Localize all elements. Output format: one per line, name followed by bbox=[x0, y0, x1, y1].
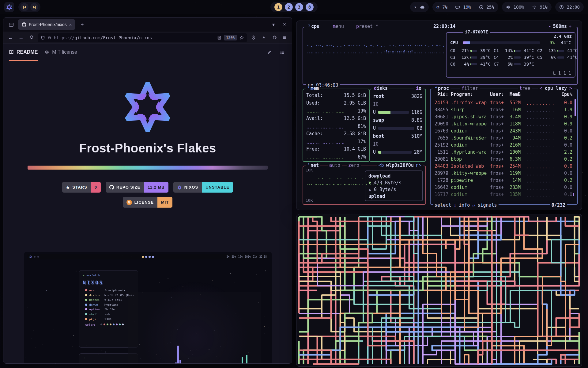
process-row[interactable]: 16763codiumfros+243M⡀⡀⡀⡀⡀⡀⡀⡀⡀0.0 bbox=[434, 127, 572, 134]
process-row[interactable]: 1511.Hyprland-wrafros+100M⡀⡀⡀⡀⡀⡀⡀⡀⡀2.2 bbox=[434, 148, 572, 155]
nixos-menu-button[interactable] bbox=[4, 2, 14, 12]
workspace-button-2[interactable]: 2 bbox=[285, 3, 293, 11]
fetch-row-label: pkgs bbox=[89, 317, 103, 321]
core-C4: C42%39°C bbox=[494, 55, 534, 60]
proc-panel-title[interactable]: ⁴proc bbox=[433, 86, 450, 91]
fetch-row-value: 2394 bbox=[104, 317, 111, 321]
fetch-row-label: de/wm bbox=[89, 303, 103, 306]
extensions-button[interactable] bbox=[270, 33, 278, 42]
process-row[interactable]: 29081btopfros+6.3M⡀⡀⡀⡀⡀⡀⡀⡀⡀0.2 bbox=[434, 155, 572, 163]
browser-tab-active[interactable]: Frost-Phoenix/nixos × bbox=[18, 19, 75, 30]
badge-repo-size[interactable]: REPO SIZE11.2 MB bbox=[106, 182, 168, 193]
menu-button[interactable]: menu bbox=[331, 24, 345, 29]
core-C5: C50%41°C bbox=[537, 55, 578, 60]
firefox-view-button[interactable] bbox=[6, 20, 16, 29]
back-button[interactable]: ← bbox=[6, 35, 15, 41]
downloads-button[interactable] bbox=[259, 33, 268, 42]
menu-button[interactable]: ≡ bbox=[280, 33, 289, 42]
outline-button[interactable] bbox=[278, 48, 286, 57]
tab-mit-license[interactable]: MIT license bbox=[44, 44, 77, 61]
process-row[interactable]: 28979.kitty-wrappefros+119M⡀⡀⡀⡀⡀⡀⡀⡀⡀0.0 bbox=[434, 170, 572, 177]
mem-total: Total:15.5 GiB bbox=[306, 92, 366, 99]
process-row[interactable]: 24403Isolated Webfros+254M⡀⡀⡀⡀⡀⡀⡀⡀⡀0.0 bbox=[434, 163, 572, 170]
account-button[interactable] bbox=[249, 33, 258, 42]
badge-row: LICENSEMIT bbox=[123, 197, 173, 208]
disk-used-bar bbox=[378, 111, 409, 114]
scales-icon bbox=[126, 200, 132, 205]
process-count: 0/232 bbox=[550, 202, 567, 208]
fetch-row-value: Hyprland bbox=[104, 303, 119, 306]
proc-filter-button[interactable]: filter bbox=[460, 86, 480, 91]
footer-key-signals[interactable]: signals bbox=[477, 202, 497, 208]
fetch-row-user: userfrostphoenix bbox=[85, 289, 134, 292]
bookmark-star-icon[interactable] bbox=[239, 35, 244, 40]
github-favicon bbox=[22, 22, 26, 27]
load-average: L 1 1 1 bbox=[553, 71, 571, 75]
window-close-button[interactable]: × bbox=[280, 20, 289, 29]
footer-key-select[interactable]: select bbox=[435, 202, 451, 208]
net-zero-toggle[interactable]: zero bbox=[347, 163, 361, 168]
update-interval[interactable]: -500ms+ bbox=[547, 24, 573, 29]
core-bar bbox=[557, 56, 564, 59]
screenshot-stars bbox=[24, 252, 272, 363]
process-row[interactable]: 25192codiumfros+216M⡀⡀⡀⡀⡀⡀⡀⡀⡀0.0 bbox=[434, 141, 572, 148]
process-row[interactable]: 30681.pipes.sh-wrafros+3.4M⡀⡀⡀⡀⡀⡀⡀⡀⡀0.9 bbox=[434, 113, 572, 120]
process-row[interactable]: 16717codiumfros+135M⡀⡀⡀⡀⡀⡀⡀⡀⡀0.0 bbox=[434, 191, 572, 198]
disks-panel-title[interactable]: disks bbox=[372, 86, 389, 91]
tab-readme[interactable]: README bbox=[9, 44, 38, 61]
media-next-button[interactable] bbox=[30, 3, 38, 11]
readme-tab-label: README bbox=[17, 49, 38, 55]
proc-tree-toggle[interactable]: tree bbox=[518, 86, 532, 91]
cpu-model: i7-6700TE bbox=[463, 29, 490, 35]
reload-button[interactable] bbox=[27, 35, 36, 41]
edit-readme-button[interactable] bbox=[265, 48, 273, 57]
workspace-button-3[interactable]: 3 bbox=[295, 3, 303, 11]
process-row[interactable]: 16642codiumfros+233M⡀⡀⡀⡀⡀⡀⡀⡀⡀0.0 bbox=[434, 184, 572, 191]
net-auto-toggle[interactable]: auto bbox=[328, 163, 342, 168]
download-label: download bbox=[368, 173, 419, 179]
screenshot-nebula bbox=[131, 280, 259, 363]
process-row[interactable]: 7655.SoundWireSerfros+94M⡀⡀⡀⡀⡀⡀⡀⡀⡀0.2 bbox=[434, 134, 572, 141]
screenshot-shell-terminal: → bbox=[79, 353, 138, 363]
zoom-level-badge[interactable]: 130% bbox=[224, 35, 237, 40]
new-tab-button[interactable]: + bbox=[78, 20, 86, 29]
process-row[interactable]: 38495slurpfros+16M⡀⡀⡀⡀⡀⡀⡀⡀⡀1.9 bbox=[434, 106, 572, 113]
badge-nixos[interactable]: NIXOSUNSTABLE bbox=[173, 182, 233, 193]
workspace-button-8[interactable]: 8 bbox=[306, 3, 314, 11]
process-row[interactable]: 24153.firefox-wrapfros+552M⡀⡀⡀⡀⡀⡀⡀⡀⡀0.0 bbox=[434, 99, 572, 106]
proc-scrollbar[interactable] bbox=[575, 99, 576, 116]
list-tabs-button[interactable]: ▾ bbox=[269, 20, 278, 29]
net-panel-title[interactable]: ³net bbox=[306, 163, 320, 168]
badge-stars[interactable]: ★STARS0 bbox=[62, 182, 101, 193]
media-controls bbox=[18, 2, 40, 12]
readme-screenshot-image[interactable]: 2%20%15%100%91%22:18 →maxfetch NIXOS use… bbox=[24, 252, 272, 363]
star-icon: ★ bbox=[66, 185, 70, 190]
forward-button[interactable]: → bbox=[17, 35, 25, 41]
process-row[interactable]: 1728pipewirefros+14M⡀⡀⡀⡀⡀⡀⡀⡀⡀0.2 bbox=[434, 177, 572, 184]
url-bar[interactable]: https://github.com/Frost-Phoenix/nixos 1… bbox=[38, 33, 247, 42]
io-toggle[interactable]: io bbox=[414, 86, 423, 91]
workspace-button-1[interactable]: 1 bbox=[274, 3, 282, 11]
disk-io-label: IO bbox=[373, 100, 422, 108]
reader-mode-icon[interactable] bbox=[217, 36, 221, 40]
visualizer-bar bbox=[175, 362, 177, 363]
visualizer-bar bbox=[179, 360, 181, 363]
fetch-row-value: zsh bbox=[104, 312, 110, 316]
footer-key-info[interactable]: info bbox=[459, 202, 470, 208]
proc-sort-selector[interactable]: <cpu lazy> bbox=[538, 86, 574, 91]
fetch-row-value: 6.6.7-lqx1 bbox=[104, 298, 122, 301]
fetch-row-icon bbox=[85, 289, 87, 291]
weather-widget[interactable]: ▾ bbox=[410, 2, 429, 12]
preset-button[interactable]: preset * bbox=[355, 24, 380, 29]
net-interface-switcher[interactable]: <bwlp0s20f0un> bbox=[377, 163, 423, 168]
media-prev-button[interactable] bbox=[21, 3, 28, 11]
visualizer-bar bbox=[242, 357, 243, 363]
color-swatch bbox=[110, 324, 111, 325]
mem-panel-title[interactable]: ²mem bbox=[306, 86, 320, 91]
badge-value: MIT bbox=[157, 197, 172, 208]
badge-license[interactable]: LICENSEMIT bbox=[123, 197, 173, 208]
process-row[interactable]: 29090.kitty-wrappefros+118M⡀⡀⡀⡀⡀⡀⡀⡀⡀0.9 bbox=[434, 120, 572, 127]
tab-close-icon[interactable]: × bbox=[69, 22, 72, 27]
cpu-panel-title[interactable]: ¹cpu bbox=[306, 24, 321, 29]
github-icon bbox=[109, 185, 114, 190]
